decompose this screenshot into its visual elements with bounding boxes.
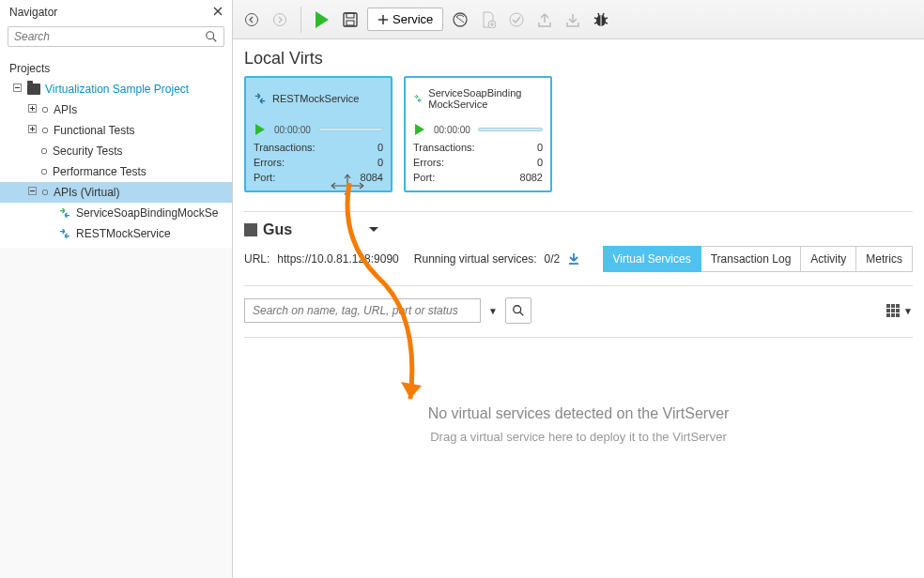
tree-item-security[interactable]: Security Tests <box>0 141 232 161</box>
add-service-button[interactable]: Service <box>367 8 443 31</box>
view-toggle[interactable]: ▼ <box>886 304 913 317</box>
running-count: 0/2 <box>545 252 561 266</box>
svg-line-30 <box>598 13 599 16</box>
navigator-close-icon[interactable] <box>213 7 223 18</box>
server-tabs: Virtual Services Transaction Log Activit… <box>603 246 913 272</box>
forward-button[interactable] <box>269 8 291 31</box>
debug-button[interactable] <box>590 8 612 31</box>
tree-item-apis[interactable]: APIs <box>0 99 232 120</box>
tree-label: APIs (Virtual) <box>54 186 119 199</box>
project-tree: Projects Virtualization Sample Project A… <box>0 54 232 248</box>
svg-line-26 <box>594 18 597 19</box>
plus-icon <box>377 14 389 25</box>
card-title: ServiceSoapBinding MockService <box>428 87 543 110</box>
drop-zone[interactable]: No virtual services detected on the Virt… <box>244 349 913 500</box>
tree-label: RESTMockService <box>76 227 171 240</box>
service-button-label: Service <box>393 12 433 26</box>
svg-rect-16 <box>346 21 354 25</box>
svg-line-34 <box>520 312 524 316</box>
chevron-down-icon: ▼ <box>903 306 913 316</box>
tab-activity[interactable]: Activity <box>801 246 856 272</box>
svg-point-12 <box>246 13 258 25</box>
svg-rect-15 <box>346 13 354 18</box>
tree-item-functional[interactable]: Functional Tests <box>0 120 232 141</box>
server-header[interactable]: Gus <box>244 221 913 238</box>
filter-input[interactable] <box>244 298 481 323</box>
node-icon <box>41 169 47 175</box>
virt-service-icon <box>58 229 71 238</box>
play-icon[interactable] <box>254 123 267 136</box>
tree-item-performance[interactable]: Performance Tests <box>0 161 232 182</box>
navigator-panel: Navigator Projects Virtualization Sample… <box>0 0 233 578</box>
tree-label: Security Tests <box>53 144 122 158</box>
collapse-icon[interactable] <box>28 187 39 198</box>
collapse-icon[interactable] <box>13 84 24 95</box>
svg-line-28 <box>605 18 608 19</box>
card-time: 00:00:00 <box>274 125 311 135</box>
projects-heading: Projects <box>0 58 232 79</box>
svg-point-13 <box>274 13 286 25</box>
run-button[interactable] <box>311 8 333 31</box>
svg-rect-14 <box>344 13 357 26</box>
card-title: RESTMockService <box>272 93 359 104</box>
virt-service-icon <box>58 208 71 218</box>
filter-dropdown-icon[interactable]: ▼ <box>488 306 498 316</box>
tab-virtual-services[interactable]: Virtual Services <box>603 246 701 272</box>
search-icon <box>205 30 218 43</box>
virt-service-icon <box>413 93 423 104</box>
tree-label: Functional Tests <box>54 124 135 137</box>
chevron-down-icon[interactable] <box>369 227 378 233</box>
empty-message-title: No virtual services detected on the Virt… <box>244 405 913 422</box>
navigator-title: Navigator <box>9 6 57 19</box>
svg-point-23 <box>510 13 523 26</box>
card-time: 00:00:00 <box>434 125 470 135</box>
help-button[interactable] <box>449 8 471 31</box>
expand-icon[interactable] <box>28 104 39 115</box>
tree-item-apis-virtual[interactable]: APIs (Virtual) <box>0 182 232 203</box>
back-button[interactable] <box>240 8 263 31</box>
tab-transaction-log[interactable]: Transaction Log <box>701 246 802 272</box>
tree-item-rest-service[interactable]: RESTMockService <box>0 223 232 244</box>
search-button[interactable] <box>505 297 531 324</box>
navigator-search-input[interactable] <box>8 26 224 47</box>
running-label: Running virtual services: <box>414 252 537 266</box>
expand-icon[interactable] <box>28 125 39 136</box>
url-label: URL: <box>244 252 270 266</box>
grid-icon <box>886 304 900 317</box>
tab-metrics[interactable]: Metrics <box>856 246 913 272</box>
node-icon <box>42 190 48 195</box>
progress-bar <box>478 128 543 131</box>
server-url: https://10.0.81.128:9090 <box>277 252 398 266</box>
verify-button[interactable] <box>505 8 528 31</box>
tree-project-root[interactable]: Virtualization Sample Project <box>0 79 232 99</box>
tree-label: APIs <box>54 103 77 116</box>
download-button[interactable] <box>562 8 584 31</box>
svg-point-33 <box>514 306 521 313</box>
server-icon <box>244 223 257 236</box>
folder-icon <box>27 84 40 95</box>
local-virts-title: Local Virts <box>244 49 913 68</box>
upload-button[interactable] <box>533 8 556 31</box>
play-icon[interactable] <box>413 123 426 136</box>
svg-point-0 <box>207 32 214 39</box>
tree-label: Performance Tests <box>53 165 146 178</box>
node-icon <box>42 107 48 113</box>
project-label: Virtualization Sample Project <box>45 83 189 96</box>
progress-bar <box>318 128 383 131</box>
download-icon[interactable] <box>567 252 580 266</box>
server-name: Gus <box>263 221 292 238</box>
new-file-button[interactable] <box>477 8 500 31</box>
node-icon <box>42 128 48 133</box>
svg-line-1 <box>213 38 217 42</box>
search-icon <box>512 304 525 317</box>
tree-item-soap-service[interactable]: ServiceSoapBindingMockSe <box>0 203 232 223</box>
virt-service-icon <box>254 93 267 104</box>
tree-label: ServiceSoapBindingMockSe <box>76 206 218 220</box>
main-toolbar: Service <box>233 0 924 39</box>
virt-card-rest[interactable]: RESTMockService 00:00:00 Transactions:0 … <box>244 76 393 192</box>
empty-message-sub: Drag a virtual service here to deploy it… <box>244 430 913 444</box>
node-icon <box>41 148 47 154</box>
svg-line-31 <box>603 13 604 16</box>
save-button[interactable] <box>339 8 362 31</box>
virt-card-soap[interactable]: ServiceSoapBinding MockService 00:00:00 … <box>404 76 552 192</box>
